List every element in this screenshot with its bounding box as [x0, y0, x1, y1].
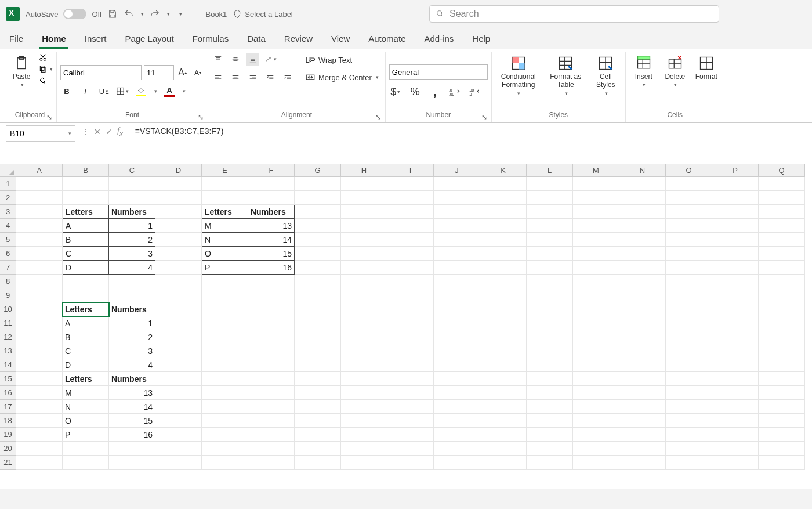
cell[interactable] [16, 428, 63, 442]
cell[interactable] [341, 302, 387, 316]
cell[interactable] [666, 386, 712, 400]
cell[interactable] [480, 219, 527, 233]
cell[interactable]: A [63, 219, 109, 233]
cell[interactable]: Letters [202, 205, 248, 219]
cell[interactable] [248, 177, 295, 191]
cell[interactable] [480, 344, 527, 358]
cell[interactable] [712, 358, 759, 372]
cell[interactable]: O [63, 414, 109, 428]
cell[interactable] [248, 316, 295, 330]
column-header[interactable]: G [295, 164, 341, 177]
cell[interactable] [666, 261, 712, 275]
format-cells-button[interactable]: Format [692, 53, 721, 83]
cell[interactable] [155, 177, 202, 191]
cell[interactable] [480, 261, 527, 275]
cell[interactable] [295, 247, 341, 261]
tab-addins[interactable]: Add-ins [422, 30, 456, 49]
cell[interactable] [712, 219, 759, 233]
redo-dropdown[interactable]: ▾ [167, 11, 170, 17]
cell[interactable]: D [63, 261, 109, 275]
number-format-select[interactable] [389, 64, 488, 80]
cell[interactable]: M [202, 219, 248, 233]
cell[interactable] [109, 456, 155, 470]
column-header[interactable]: J [434, 164, 480, 177]
tab-automate[interactable]: Automate [366, 30, 408, 49]
cell[interactable] [248, 330, 295, 344]
comma-button[interactable]: , [429, 85, 441, 98]
cell[interactable] [155, 219, 202, 233]
cell[interactable]: Letters [63, 205, 109, 219]
cell[interactable] [16, 275, 63, 288]
cell[interactable] [295, 358, 341, 372]
cell[interactable] [341, 275, 387, 288]
cell-styles-button[interactable]: Cell Styles▾ [590, 53, 622, 99]
cell[interactable] [202, 302, 248, 316]
cell[interactable] [295, 428, 341, 442]
cell[interactable] [387, 205, 434, 219]
fill-color-button[interactable] [135, 85, 147, 98]
cell[interactable] [666, 288, 712, 302]
name-box[interactable]: B10▾ [6, 125, 75, 142]
underline-button[interactable]: U▾ [97, 85, 110, 98]
cell[interactable] [16, 414, 63, 428]
italic-button[interactable]: I [79, 85, 92, 98]
decrease-indent-button[interactable] [264, 71, 277, 84]
cell[interactable] [619, 400, 666, 414]
cell[interactable] [712, 428, 759, 442]
row-header[interactable]: 15 [0, 372, 16, 386]
cell[interactable] [387, 344, 434, 358]
tab-formulas[interactable]: Formulas [190, 30, 231, 49]
column-header[interactable]: L [527, 164, 573, 177]
cell[interactable] [480, 275, 527, 288]
cell[interactable] [573, 302, 619, 316]
cell[interactable] [573, 191, 619, 205]
cell[interactable]: Numbers [109, 372, 155, 386]
cell[interactable] [434, 358, 480, 372]
accept-formula-button[interactable]: ✓ [106, 127, 113, 136]
cell[interactable] [341, 442, 387, 456]
align-right-button[interactable] [246, 71, 259, 84]
cell[interactable]: 3 [109, 344, 155, 358]
cell[interactable] [155, 302, 202, 316]
cell[interactable] [248, 442, 295, 456]
cell[interactable] [63, 456, 109, 470]
cell[interactable] [109, 442, 155, 456]
cell[interactable] [759, 233, 805, 247]
cell[interactable] [295, 344, 341, 358]
row-header[interactable]: 20 [0, 442, 16, 456]
cell[interactable] [573, 316, 619, 330]
increase-decimal-button[interactable]: .0.00 [448, 85, 461, 98]
cell[interactable] [573, 247, 619, 261]
cell[interactable] [434, 428, 480, 442]
cell[interactable] [16, 330, 63, 344]
cell[interactable] [248, 288, 295, 302]
cell[interactable] [619, 275, 666, 288]
cell[interactable] [573, 428, 619, 442]
cell[interactable] [295, 288, 341, 302]
cell[interactable] [666, 442, 712, 456]
cell[interactable] [573, 261, 619, 275]
cell[interactable] [712, 414, 759, 428]
cell[interactable] [480, 191, 527, 205]
cell[interactable] [712, 302, 759, 316]
cell[interactable] [16, 191, 63, 205]
cell[interactable] [16, 247, 63, 261]
increase-font-button[interactable]: A▴ [176, 66, 189, 79]
cell[interactable] [155, 247, 202, 261]
cell[interactable] [527, 428, 573, 442]
cell[interactable] [109, 288, 155, 302]
cell[interactable] [573, 400, 619, 414]
cell[interactable] [16, 261, 63, 275]
cell[interactable] [434, 302, 480, 316]
cell[interactable] [527, 316, 573, 330]
cell[interactable] [480, 247, 527, 261]
sensitivity-label[interactable]: Select a Label [233, 9, 292, 19]
cell[interactable]: Numbers [109, 205, 155, 219]
cell[interactable] [434, 316, 480, 330]
cell[interactable]: Numbers [248, 205, 295, 219]
cell[interactable] [295, 442, 341, 456]
cell[interactable] [480, 177, 527, 191]
cell[interactable] [759, 288, 805, 302]
cell[interactable] [295, 177, 341, 191]
cell[interactable]: N [63, 400, 109, 414]
